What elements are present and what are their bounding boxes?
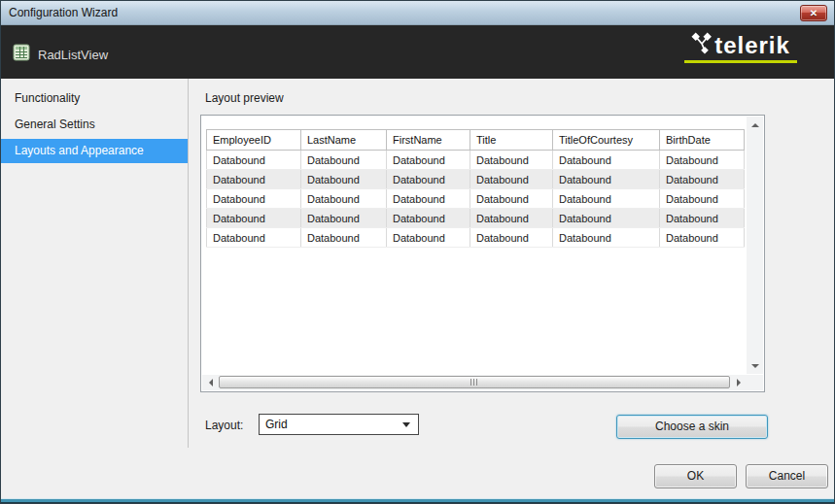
brand-underline xyxy=(684,60,797,63)
layout-select[interactable]: Grid xyxy=(259,414,419,435)
telerik-logo: telerik xyxy=(682,31,799,63)
close-button[interactable]: ✕ xyxy=(800,5,827,21)
table-cell: Databound xyxy=(387,209,470,228)
table-cell: Databound xyxy=(470,170,553,189)
table-cell: Databound xyxy=(553,209,660,228)
table-cell: Databound xyxy=(470,228,553,248)
scrollbar-corner xyxy=(747,375,763,390)
table-cell: Databound xyxy=(301,209,387,228)
sidebar-item-general-settings[interactable]: General Settins xyxy=(1,113,188,137)
table-cell: Databound xyxy=(470,209,553,228)
grip-icon xyxy=(470,379,478,386)
table-cell: Databound xyxy=(660,189,745,209)
chevron-down-icon xyxy=(402,422,410,427)
layout-select-value: Grid xyxy=(265,415,288,434)
brand-name: telerik xyxy=(714,33,790,58)
layout-preview-panel: EmployeeIDLastNameFirstNameTitleTitleOfC… xyxy=(200,115,765,392)
vertical-scrollbar[interactable] xyxy=(747,117,763,374)
table-cell: Databound xyxy=(387,189,470,209)
table-cell: Databound xyxy=(387,151,470,170)
table-cell: Databound xyxy=(553,170,660,189)
scroll-up-button[interactable] xyxy=(747,117,763,133)
table-row: DataboundDataboundDataboundDataboundData… xyxy=(207,170,745,189)
sidebar-item-label: General Settins xyxy=(15,118,95,131)
arrow-up-icon xyxy=(751,123,759,127)
layout-preview-label: Layout preview xyxy=(205,91,284,105)
table-row: DataboundDataboundDataboundDataboundData… xyxy=(207,151,745,170)
column-header: EmployeeID xyxy=(207,130,301,151)
table-cell: Databound xyxy=(207,170,301,189)
horizontal-scrollbar[interactable] xyxy=(202,375,747,390)
title-bar[interactable]: Configuration Wizard ✕ xyxy=(1,1,834,25)
scroll-right-button[interactable] xyxy=(730,375,747,390)
table-cell: Databound xyxy=(387,170,470,189)
control-name: RadListView xyxy=(38,48,108,62)
table-cell: Databound xyxy=(553,228,660,248)
table-row: DataboundDataboundDataboundDataboundData… xyxy=(207,189,745,209)
layout-label: Layout: xyxy=(205,419,243,432)
table-cell: Databound xyxy=(553,151,660,170)
table-cell: Databound xyxy=(207,228,301,248)
table-cell: Databound xyxy=(470,189,553,209)
table-cell: Databound xyxy=(301,189,387,209)
window-bottom-edge xyxy=(1,497,834,503)
table-cell: Databound xyxy=(660,170,745,189)
app-header: RadListView telerik xyxy=(1,25,834,79)
column-header: LastName xyxy=(301,130,387,151)
sidebar-item-label: Layouts and Appearance xyxy=(15,144,144,157)
telerik-slingshot-icon xyxy=(691,31,713,58)
table-cell: Databound xyxy=(301,151,387,170)
scroll-left-button[interactable] xyxy=(202,375,219,390)
table-cell: Databound xyxy=(301,228,387,248)
control-badge: RadListView xyxy=(13,44,108,65)
wizard-nav-sidebar: Functionality General Settins Layouts an… xyxy=(1,79,189,448)
sidebar-item-layouts-appearance[interactable]: Layouts and Appearance xyxy=(1,139,188,163)
sidebar-item-functionality[interactable]: Functionality xyxy=(1,86,188,111)
sidebar-item-label: Functionality xyxy=(15,91,80,105)
table-cell: Databound xyxy=(207,189,301,209)
preview-grid: EmployeeIDLastNameFirstNameTitleTitleOfC… xyxy=(206,129,745,248)
scroll-down-button[interactable] xyxy=(747,357,763,374)
column-header: TitleOfCourtesy xyxy=(553,130,660,151)
arrow-down-icon xyxy=(751,364,759,368)
table-cell: Databound xyxy=(207,209,301,228)
preview-grid-head-row: EmployeeIDLastNameFirstNameTitleTitleOfC… xyxy=(207,130,745,151)
column-header: Title xyxy=(470,130,553,151)
table-cell: Databound xyxy=(301,170,387,189)
arrow-left-icon xyxy=(209,379,213,386)
listview-icon xyxy=(13,44,30,65)
horizontal-scrollbar-thumb[interactable] xyxy=(219,376,730,388)
close-icon: ✕ xyxy=(810,8,818,18)
table-cell: Databound xyxy=(387,228,470,248)
window-title: Configuration Wizard xyxy=(9,1,118,25)
table-cell: Databound xyxy=(660,209,745,228)
table-row: DataboundDataboundDataboundDataboundData… xyxy=(207,209,745,228)
column-header: BirthDate xyxy=(660,130,745,151)
configuration-wizard-dialog: Configuration Wizard ✕ RadListView xyxy=(0,0,835,504)
arrow-right-icon xyxy=(737,379,741,386)
table-cell: Databound xyxy=(553,189,660,209)
table-cell: Databound xyxy=(660,228,745,248)
table-cell: Databound xyxy=(660,151,745,170)
cancel-button[interactable]: Cancel xyxy=(746,464,828,488)
table-row: DataboundDataboundDataboundDataboundData… xyxy=(207,228,745,248)
table-cell: Databound xyxy=(470,151,553,170)
column-header: FirstName xyxy=(387,130,470,151)
ok-button[interactable]: OK xyxy=(654,464,737,488)
choose-skin-button[interactable]: Choose a skin xyxy=(616,415,768,439)
table-cell: Databound xyxy=(207,151,301,170)
